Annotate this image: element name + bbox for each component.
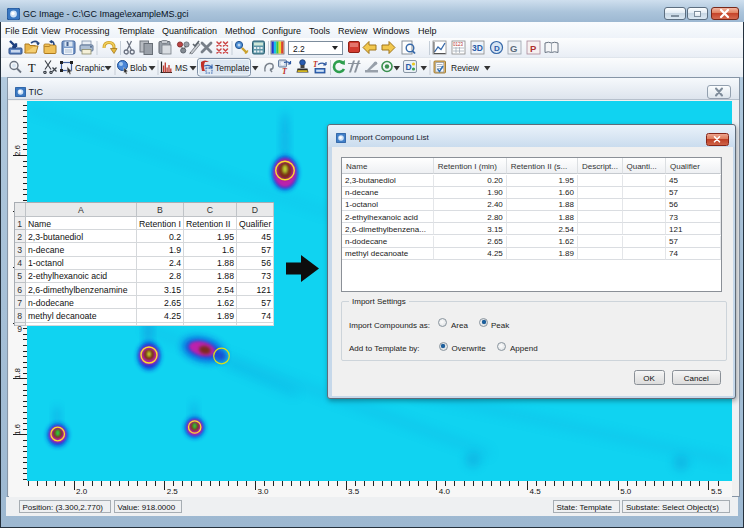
svg-text:Review: Review	[451, 63, 480, 73]
svg-text:T: T	[28, 61, 36, 75]
svg-text:2.0: 2.0	[76, 487, 88, 496]
svg-text:4.0: 4.0	[439, 487, 451, 496]
svg-text:3.0: 3.0	[257, 487, 269, 496]
svg-text:P: P	[530, 43, 537, 54]
svg-text:2.5: 2.5	[167, 487, 179, 496]
svg-text:Blob: Blob	[130, 63, 147, 73]
svg-text:D: D	[494, 44, 500, 53]
svg-text:0123: 0123	[453, 42, 464, 47]
svg-text:T: T	[282, 67, 288, 76]
svg-text:3D: 3D	[472, 43, 483, 53]
svg-text:Graphic: Graphic	[75, 63, 106, 73]
svg-text:T: T	[313, 60, 318, 69]
svg-text:4.5: 4.5	[530, 487, 542, 496]
svg-text:G: G	[510, 43, 517, 54]
svg-text:3.5: 3.5	[348, 487, 360, 496]
svg-text:D: D	[406, 62, 412, 72]
svg-text:Template: Template	[215, 63, 250, 73]
svg-text:5.5: 5.5	[711, 487, 723, 496]
svg-text:MS: MS	[175, 63, 188, 73]
svg-text:5.0: 5.0	[620, 487, 632, 496]
